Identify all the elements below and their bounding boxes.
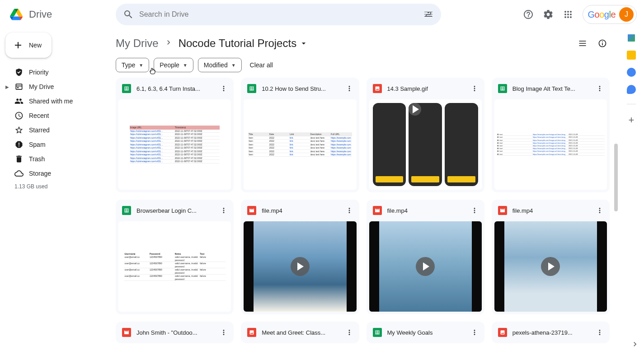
more-options-icon[interactable] bbox=[468, 326, 481, 339]
file-thumbnail bbox=[369, 99, 482, 190]
more-options-icon[interactable] bbox=[343, 204, 356, 217]
new-button[interactable]: New bbox=[5, 33, 52, 58]
file-name: 10.2 How to Send Stru... bbox=[262, 85, 337, 92]
sidebar-item-trash[interactable]: Trash bbox=[4, 152, 105, 166]
sidebar-item-storage[interactable]: Storage bbox=[4, 166, 105, 181]
breadcrumb-current[interactable]: Nocode Tutorial Projects bbox=[179, 37, 308, 50]
file-card[interactable]: 10.2 How to Send Stru...TitleDateLinkDes… bbox=[241, 78, 359, 192]
image-file-icon bbox=[498, 328, 507, 337]
more-options-icon[interactable] bbox=[593, 204, 606, 217]
avatar[interactable]: J bbox=[619, 7, 634, 22]
header-actions: Google J bbox=[519, 5, 637, 24]
file-card[interactable]: 14.3 Sample.gif bbox=[367, 78, 484, 192]
divider bbox=[627, 104, 636, 104]
sidebar-item-shared[interactable]: Shared with me bbox=[4, 94, 105, 108]
image-file-icon bbox=[373, 84, 382, 93]
more-options-icon[interactable] bbox=[217, 82, 230, 95]
more-options-icon[interactable] bbox=[468, 82, 481, 95]
file-name: Browserbear Login C... bbox=[136, 207, 212, 214]
filter-people-label: People bbox=[160, 61, 179, 69]
tasks-app-icon[interactable] bbox=[627, 68, 636, 77]
file-card-header: file.mp4 bbox=[241, 200, 359, 221]
filter-row: Type ▼ People ▼ Modified ▼ Clear all bbox=[116, 58, 611, 72]
video-file-icon bbox=[498, 206, 507, 215]
file-thumbnail bbox=[244, 221, 356, 312]
file-card-header: file.mp4 bbox=[367, 200, 484, 221]
more-options-icon[interactable] bbox=[593, 82, 606, 95]
filter-type-chip[interactable]: Type ▼ bbox=[116, 58, 149, 72]
layout-toggle-icon[interactable] bbox=[573, 34, 592, 52]
more-options-icon[interactable] bbox=[343, 326, 356, 339]
more-options-icon[interactable] bbox=[217, 326, 230, 339]
file-thumbnail: Alt texthttps://example.com/image-url-he… bbox=[494, 99, 607, 190]
image-file-icon bbox=[247, 328, 256, 337]
file-thumbnail: TitleDateLinkDescriptionFull URLItem2022… bbox=[244, 99, 356, 190]
search-bar[interactable] bbox=[116, 4, 441, 25]
file-card-header: Browserbear Login C... bbox=[116, 200, 234, 221]
file-card[interactable]: file.mp4 bbox=[492, 200, 610, 314]
file-card[interactable]: 6.1, 6.3, 6.4 Turn Insta...Image URLTime… bbox=[116, 78, 234, 192]
help-icon[interactable] bbox=[519, 5, 537, 23]
search-input[interactable] bbox=[137, 10, 419, 19]
chevron-down-icon: ▼ bbox=[231, 63, 236, 68]
scrollbar[interactable] bbox=[614, 144, 618, 211]
file-card[interactable]: My Weekly Goals bbox=[367, 322, 484, 343]
shared-icon bbox=[14, 97, 24, 106]
add-app-icon[interactable]: + bbox=[629, 114, 635, 126]
sheets-file-icon bbox=[122, 206, 131, 215]
clear-all-button[interactable]: Clear all bbox=[246, 61, 277, 69]
more-options-icon[interactable] bbox=[343, 82, 356, 95]
calendar-app-icon[interactable] bbox=[627, 33, 636, 42]
file-name: 14.3 Sample.gif bbox=[387, 85, 463, 92]
filter-modified-label: Modified bbox=[204, 61, 228, 69]
breadcrumb-parent[interactable]: My Drive bbox=[116, 37, 159, 50]
chevron-right-icon bbox=[164, 38, 173, 49]
sidebar-item-recent[interactable]: Recent bbox=[4, 108, 105, 123]
more-options-icon[interactable] bbox=[593, 326, 606, 339]
file-card[interactable]: Meet and Greet: Class... bbox=[241, 322, 359, 343]
keep-app-icon[interactable] bbox=[627, 51, 636, 60]
sidebar-item-label: Recent bbox=[29, 112, 49, 119]
sidebar-item-priority[interactable]: Priority bbox=[4, 65, 105, 79]
logo-area[interactable]: Drive bbox=[7, 5, 112, 23]
filter-type-label: Type bbox=[122, 61, 135, 69]
file-card-header: Blog Image Alt Text Te... bbox=[492, 78, 610, 99]
file-card[interactable]: pexels-athena-23719... bbox=[492, 322, 610, 343]
google-account-badge[interactable]: Google J bbox=[583, 5, 637, 24]
sidebar-item-label: Priority bbox=[29, 69, 49, 76]
new-button-label: New bbox=[29, 42, 42, 49]
storage-icon bbox=[14, 169, 24, 178]
apps-icon[interactable] bbox=[559, 5, 577, 23]
chevron-down-icon bbox=[299, 39, 308, 48]
file-card[interactable]: file.mp4 bbox=[367, 200, 484, 314]
contacts-app-icon[interactable] bbox=[627, 85, 636, 94]
side-panel-toggle-icon[interactable] bbox=[630, 340, 639, 350]
sidebar-item-my-drive[interactable]: ▶ My Drive bbox=[4, 79, 105, 94]
filter-people-chip[interactable]: People ▼ bbox=[154, 58, 193, 72]
starred-icon bbox=[14, 126, 24, 135]
sidebar-item-spam[interactable]: Spam bbox=[4, 137, 105, 152]
file-card[interactable]: Blog Image Alt Text Te...Alt texthttps:/… bbox=[492, 78, 610, 192]
info-icon[interactable] bbox=[593, 34, 611, 52]
expand-icon[interactable]: ▶ bbox=[5, 84, 9, 89]
file-card-header: My Weekly Goals bbox=[367, 322, 484, 343]
file-card[interactable]: John Smith - "Outdoo... bbox=[116, 322, 234, 343]
file-card[interactable]: Browserbear Login C...UsernamePasswordNo… bbox=[116, 200, 234, 314]
sidebar: New Priority ▶ My Drive Shared with me R… bbox=[0, 29, 112, 355]
file-name: pexels-athena-23719... bbox=[512, 329, 588, 336]
sidebar-item-starred[interactable]: Starred bbox=[4, 123, 105, 137]
search-options-icon[interactable] bbox=[419, 5, 437, 23]
drive-name: Drive bbox=[29, 9, 52, 20]
file-card-header: 6.1, 6.3, 6.4 Turn Insta... bbox=[116, 78, 234, 99]
file-card-header: 14.3 Sample.gif bbox=[367, 78, 484, 99]
recent-icon bbox=[14, 111, 24, 120]
file-name: file.mp4 bbox=[512, 207, 588, 214]
search-icon[interactable] bbox=[119, 5, 137, 23]
sidebar-item-label: Shared with me bbox=[29, 98, 73, 105]
more-options-icon[interactable] bbox=[217, 204, 230, 217]
settings-icon[interactable] bbox=[539, 5, 557, 23]
more-options-icon[interactable] bbox=[468, 204, 481, 217]
filter-modified-chip[interactable]: Modified ▼ bbox=[198, 58, 242, 72]
file-card-header: file.mp4 bbox=[492, 200, 610, 221]
file-card[interactable]: file.mp4 bbox=[241, 200, 359, 314]
